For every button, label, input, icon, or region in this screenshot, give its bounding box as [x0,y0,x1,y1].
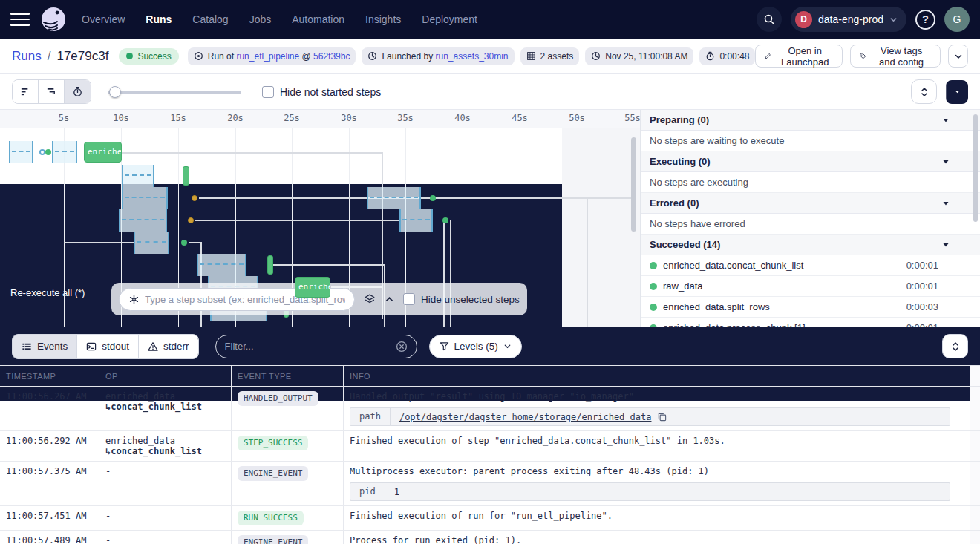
run-tag-text: 0:00:48 [719,51,749,62]
gantt-bar-pending[interactable] [367,187,421,209]
gantt-controls: Hide not started steps Re-execute all (*… [0,74,980,110]
gantt-bar-pending[interactable] [122,165,154,187]
event-timestamp: 11:00:56.267 AM [0,387,99,430]
nav-item-insights[interactable]: Insights [365,13,401,25]
run-tag-3: Nov 25, 11:00:08 AM [585,47,693,65]
tag-text: Nov 25, 11:00:08 AM [605,51,687,62]
gantt-bar-success[interactable] [267,255,273,275]
event-type-badge: RUN_SUCCESS [238,511,304,525]
gantt-bar-pending[interactable] [399,209,433,232]
caret-down-icon [941,157,961,166]
dagster-logo[interactable] [40,6,67,33]
more-actions-button[interactable] [948,45,968,68]
section-header-2[interactable]: Errored (0) [641,193,980,214]
success-dot-icon [650,304,657,311]
breadcrumb-runs-link[interactable]: Runs [12,49,42,64]
log-sort-icon[interactable] [942,334,968,358]
gantt-bar-success[interactable] [183,166,189,186]
tag-link[interactable]: run_etl_pipeline [236,51,299,62]
view-tags-config-button[interactable]: View tags and config [850,45,941,68]
section-header-1[interactable]: Executing (0) [641,151,980,172]
section-empty-text: No steps have errored [641,214,980,235]
search-icon[interactable] [757,7,782,32]
event-type-badge: STEP_SUCCESS [238,436,308,450]
nav-item-catalog[interactable]: Catalog [192,13,228,25]
event-info: Process for run exited (pid: 1). [343,531,970,544]
gantt-bar-pending[interactable] [134,232,169,254]
nav-item-deployment[interactable]: Deployment [422,13,477,25]
gantt-scrollbar[interactable] [631,137,636,232]
gantt-bar-success-labeled[interactable]: enriche… [295,277,330,298]
slider-track[interactable] [108,91,241,94]
gantt-bar-pending[interactable] [197,254,246,276]
view-flat-icon[interactable] [13,80,39,103]
column-header-event-type: EVENT TYPE [231,366,343,386]
status-badge: Success [119,48,178,65]
user-avatar[interactable]: G [944,7,970,32]
chevron-up-icon[interactable] [385,295,394,304]
clear-filter-icon[interactable] [396,341,408,353]
hide-not-started-checkbox[interactable] [262,86,274,98]
hamburger-menu-icon[interactable] [10,13,30,26]
tag-link[interactable]: run_assets_30min [435,51,508,62]
top-nav: OverviewRunsCatalogJobsAutomationInsight… [0,0,980,39]
tab-events[interactable]: Events [13,335,77,358]
event-info-text: Handled output "result" using IO manager… [350,391,964,402]
section-title: Succeeded (14) [650,239,720,250]
slider-handle[interactable] [109,86,121,98]
event-op-root: - [105,466,225,476]
gantt-bar-pending[interactable] [122,187,168,209]
event-info-text: Process for run exited (pid: 1). [350,535,964,544]
hide-unselected-checkbox[interactable] [403,293,415,305]
view-timed-icon[interactable] [65,80,91,103]
step-duration: 0:00:03 [906,301,938,312]
workspace-switcher[interactable]: D data-eng-prod [791,7,906,32]
step-row[interactable]: enriched_data.split_rows0:00:03 [641,297,980,318]
tab-stdout[interactable]: stdout [77,335,139,358]
tag-link[interactable]: 562f39bc [313,51,350,62]
nav-item-jobs[interactable]: Jobs [249,13,272,25]
nav-item-runs[interactable]: Runs [146,13,172,25]
event-row[interactable]: 11:00:57.375 AM-ENGINE_EVENTMultiprocess… [0,462,980,506]
reexecute-split-button[interactable]: Re-execute all (*) [946,80,968,104]
gantt-bar-success-labeled[interactable]: enriche… [84,142,122,163]
funnel-icon [440,341,449,351]
levels-filter-button[interactable]: Levels (5) [429,335,522,358]
event-row[interactable]: 11:00:57.451 AM-RUN_SUCCESSFinished exec… [0,506,980,531]
run-tag-4: 0:00:48 [699,47,755,65]
event-row[interactable]: 11:00:56.267 AMenriched_data↳concat_chun… [0,387,980,431]
steps-scrollbar[interactable] [973,114,978,222]
step-name: raw_data [663,281,702,292]
copy-icon[interactable] [657,412,667,422]
nav-item-overview[interactable]: Overview [82,13,125,25]
event-row[interactable]: 11:00:57.489 AM-ENGINE_EVENTProcess for … [0,531,980,544]
filter-input[interactable] [225,341,390,352]
tab-stderr[interactable]: stderr [139,335,198,358]
step-sort-icon[interactable] [911,79,937,104]
gantt-bar-pending[interactable] [9,141,33,163]
step-row[interactable]: enriched_data.concat_chunk_list0:00:01 [641,255,980,276]
axis-tick-55s: 55s [624,113,640,123]
header-actions: Open in Launchpad View tags and config [755,45,968,68]
layers-icon[interactable] [364,293,376,305]
event-type-cell: RUN_SUCCESS [231,506,343,530]
metadata-path-link[interactable]: /opt/dagster/dagster_home/storage/enrich… [399,412,652,422]
gantt-marker-green [181,240,187,246]
gantt-bar-pending[interactable] [119,209,167,232]
gantt-bar-pending[interactable] [52,141,77,163]
axis-tick-40s: 40s [454,113,471,123]
step-row[interactable]: enriched_data.process_chunk [1]0:00:01 [641,318,980,327]
section-header-3[interactable]: Succeeded (14) [641,235,980,255]
event-info-text: Finished execution of run for "run_etl_p… [350,511,964,521]
help-icon[interactable]: ? [915,10,935,30]
op-selector-icon [128,294,140,305]
nav-item-automation[interactable]: Automation [292,13,344,25]
reexecute-caret-icon[interactable] [946,80,968,104]
open-in-launchpad-button[interactable]: Open in Launchpad [755,45,843,68]
section-header-0[interactable]: Preparing (0) [641,110,980,131]
event-row[interactable]: 11:00:56.292 AMenriched_data↳concat_chun… [0,431,980,462]
step-row[interactable]: raw_data0:00:01 [641,276,980,297]
zoom-slider[interactable] [108,86,241,98]
view-waterfall-icon[interactable] [39,80,65,103]
metadata-value: 1 [385,483,408,500]
